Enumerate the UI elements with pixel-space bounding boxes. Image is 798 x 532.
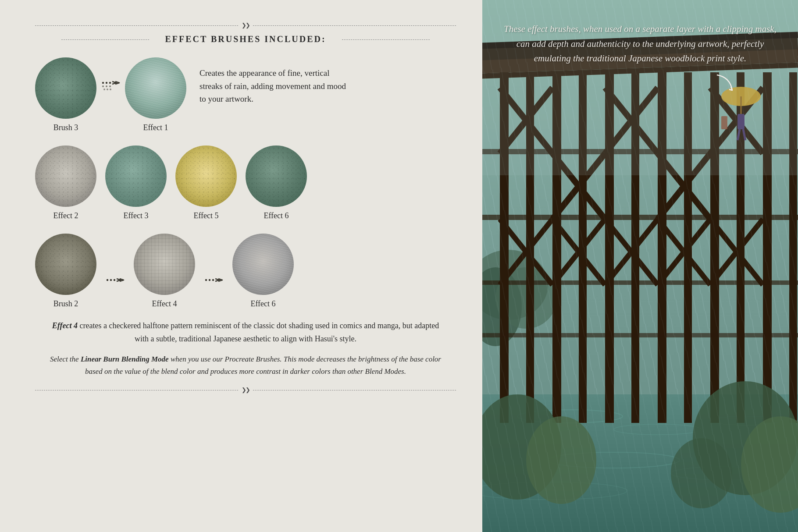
bottom-description-2: Select the Linear Burn Blending Mode whe…	[35, 353, 456, 378]
svg-point-0	[102, 82, 104, 84]
bottom-decoration: ❯❯	[35, 387, 456, 394]
svg-point-8	[110, 89, 111, 90]
effect6-bot-circle	[232, 234, 294, 295]
section-title: EFFECT BRUSHES INCLUDED:	[35, 34, 456, 44]
arrow-svg-1	[101, 78, 121, 94]
brush3-circle	[35, 57, 96, 119]
bottom-deco-line-right	[253, 390, 456, 390]
deco-line-right	[253, 25, 456, 26]
brush-row-3: Brush 2 Effect 4	[35, 234, 456, 309]
effect5-item: Effect 5	[175, 145, 237, 220]
effect6-bot-item: Effect 6	[232, 234, 294, 309]
effect1-item: Effect 1	[125, 57, 186, 132]
effect1-circle	[125, 57, 186, 119]
effect1-label: Effect 1	[143, 123, 168, 132]
arrow-3	[204, 276, 224, 309]
svg-point-2	[109, 82, 111, 84]
brush2-label: Brush 2	[53, 299, 78, 309]
svg-point-12	[205, 279, 207, 281]
effect4-grid	[134, 234, 195, 295]
left-panel: ❯❯ EFFECT BRUSHES INCLUDED: Brush 3	[0, 0, 482, 532]
effect2-speckle	[35, 145, 96, 207]
right-panel-text-container: These effect brushes, when used on a sep…	[498, 22, 783, 96]
bottom-text-2-prefix: Select the	[50, 355, 81, 363]
effect5-circle	[175, 145, 237, 207]
effect4-item: Effect 4	[134, 234, 195, 309]
bottom-text-1-rest: creates a checkered halftone pattern rem…	[79, 321, 439, 343]
effect6-top-speckle	[246, 145, 307, 207]
row1-description: Creates the appearance of fine, vertical…	[200, 67, 349, 123]
svg-point-9	[107, 279, 108, 281]
curved-arrow-svg	[712, 73, 739, 95]
bottom-description-1: Effect 4 creates a checkered halftone pa…	[35, 319, 456, 345]
effect4-emphasis: Effect 4	[52, 321, 78, 330]
arrow-svg-3	[204, 276, 224, 291]
deco-chevrons-top: ❯❯	[242, 22, 249, 29]
linear-burn-emphasis: Linear Burn Blending Mode	[81, 355, 169, 363]
brush3-label: Brush 3	[53, 123, 78, 132]
effect4-circle	[134, 234, 195, 295]
right-panel: These effect brushes, when used on a sep…	[482, 0, 798, 532]
brush2-speckle	[35, 234, 96, 295]
effect3-label: Effect 3	[123, 211, 148, 220]
effect6-top-label: Effect 6	[264, 211, 289, 220]
svg-point-10	[110, 279, 112, 281]
brush-row-1: Brush 3	[35, 57, 456, 132]
arrow-2	[105, 276, 125, 309]
curved-arrow-container	[498, 73, 739, 96]
svg-point-4	[106, 85, 107, 87]
effect6-bot-stripes	[232, 234, 294, 295]
brush2-circle	[35, 234, 96, 295]
effect3-speckle	[105, 145, 167, 207]
brush2-item: Brush 2	[35, 234, 96, 309]
svg-point-7	[107, 89, 108, 90]
brush3-speckle	[35, 57, 96, 119]
effect3-item: Effect 3	[105, 145, 167, 220]
effect6-top-item: Effect 6	[246, 145, 307, 220]
effect1-stripes	[125, 57, 186, 119]
right-panel-description: These effect brushes, when used on a sep…	[498, 22, 783, 66]
svg-point-11	[114, 279, 115, 281]
svg-point-1	[106, 82, 107, 84]
effect5-speckle	[175, 145, 237, 207]
svg-point-13	[209, 279, 210, 281]
svg-point-14	[212, 279, 214, 281]
effect2-circle	[35, 145, 96, 207]
deco-line-left	[35, 25, 238, 26]
arrow-1	[101, 78, 121, 111]
svg-point-6	[103, 89, 105, 90]
svg-point-5	[109, 85, 111, 87]
arrow-svg-2	[105, 276, 125, 291]
brush-row-2: Effect 2 Effect 3 Effect 5 Effect 6	[35, 145, 456, 220]
effect5-label: Effect 5	[193, 211, 218, 220]
effect2-item: Effect 2	[35, 145, 96, 220]
svg-point-3	[102, 85, 104, 87]
effect2-label: Effect 2	[53, 211, 78, 220]
effect6-bot-label: Effect 6	[250, 299, 275, 309]
effect4-label: Effect 4	[152, 299, 177, 309]
brush3-item: Brush 3	[35, 57, 96, 132]
bottom-deco-line-left	[35, 390, 238, 390]
top-decoration: ❯❯	[35, 22, 456, 29]
effect6-top-circle	[246, 145, 307, 207]
effect3-circle	[105, 145, 167, 207]
deco-chevrons-bottom: ❯❯	[242, 387, 249, 394]
